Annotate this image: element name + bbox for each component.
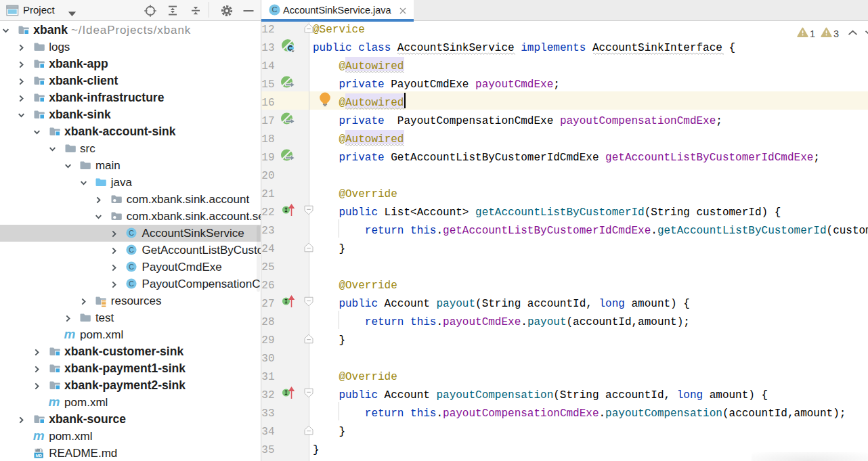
- svg-text:C: C: [129, 280, 134, 288]
- svg-text:C: C: [129, 263, 134, 271]
- svg-text:MD: MD: [35, 453, 42, 458]
- svg-text:C: C: [129, 229, 134, 237]
- svg-text:C: C: [129, 246, 134, 254]
- svg-text:C: C: [272, 5, 277, 14]
